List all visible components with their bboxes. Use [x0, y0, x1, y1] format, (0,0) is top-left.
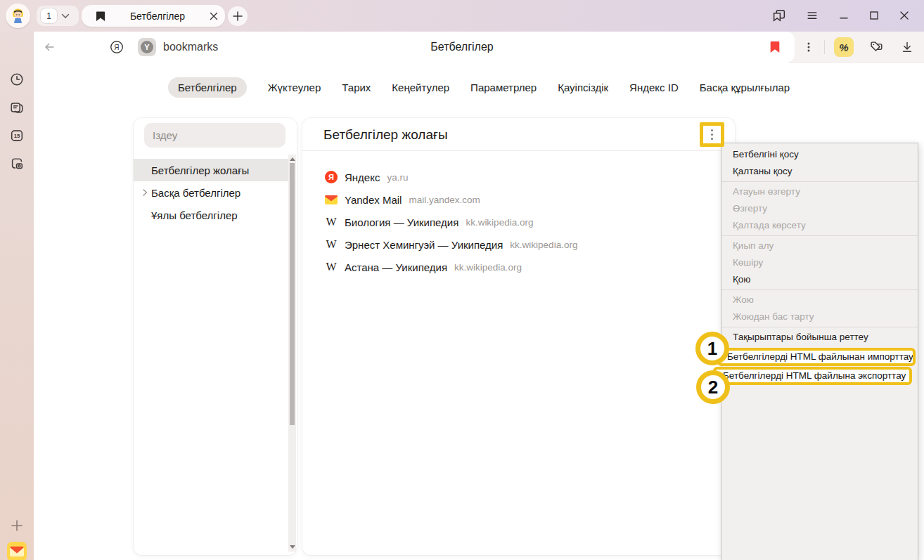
browser-menu-button[interactable]: [804, 7, 821, 24]
folder-menu-button-highlighted[interactable]: [700, 122, 724, 147]
close-window-button[interactable]: [896, 7, 913, 24]
history-button[interactable]: [8, 71, 25, 88]
pocket-button[interactable]: [868, 39, 885, 56]
tab-settings[interactable]: Параметрлер: [470, 77, 537, 98]
menu-item-copy: Көшіру: [721, 254, 918, 271]
bookmark-title: Yandex Mail: [345, 194, 402, 206]
pocket-tag-icon: [868, 39, 884, 55]
wikipedia-favicon: W: [325, 261, 338, 273]
new-tab-button[interactable]: [228, 6, 248, 26]
tab-group-button[interactable]: 1: [37, 6, 79, 26]
window-titlebar: 1 Бетбелгілер: [0, 0, 924, 32]
menu-item-import-html-highlighted[interactable]: Бетбелгілерді HTML файлынан импорттау: [717, 348, 916, 366]
tab-yandex-id[interactable]: Яндекс ID: [629, 77, 679, 98]
bookmark-row[interactable]: W Астана — Уикипедия kk.wikipedia.org: [325, 256, 522, 278]
content-heading: Бетбелгілер жолағы: [323, 118, 448, 151]
bookmarks-manager-page: Бетбелгілер Жүктеулер Тарих Кеңейтулер П…: [34, 63, 924, 560]
bookmarks-context-menu: Бетбелгіні қосу Қалтаны қосу Атауын өзге…: [721, 143, 918, 560]
menu-separator: [721, 327, 918, 327]
bookmark-url: ya.ru: [387, 172, 408, 183]
bookmark-url: kk.wikipedia.org: [466, 217, 533, 228]
bookmark-page-button[interactable]: [766, 39, 783, 56]
wikipedia-favicon: W: [325, 238, 338, 251]
close-icon: [897, 8, 911, 22]
chevron-right-icon[interactable]: [141, 188, 149, 197]
menu-item-undo-delete: Жоюдан бас тарту: [721, 308, 918, 325]
folder-label: Бетбелгілер жолағы: [151, 164, 249, 176]
yandex-mail-app-icon: [7, 542, 27, 560]
bookmarks-content-panel: Бетбелгілер жолағы Я Яндекс ya.ru Yandex…: [302, 118, 735, 555]
bookmark-row[interactable]: W Биология — Уикипедия kk.wikipedia.org: [325, 211, 533, 233]
svg-text:15: 15: [14, 133, 20, 139]
menu-item-sort-by-title[interactable]: Тақырыптары бойынша реттеу: [721, 329, 918, 346]
tab-other-devices[interactable]: Басқа құрылғылар: [700, 77, 790, 98]
feed-button[interactable]: [8, 99, 25, 116]
folder-item-bookmarks-bar[interactable]: Бетбелгілер жолағы: [134, 159, 289, 181]
bookmark-row[interactable]: Я Яндекс ya.ru: [325, 166, 408, 188]
plus-icon: [10, 519, 24, 533]
tab-bookmarks[interactable]: Бетбелгілер: [168, 77, 247, 98]
address-bar[interactable]: Я Y bookmarks Бетбелгілер: [34, 32, 795, 63]
bookmark-row[interactable]: Yandex Mail mail.yandex.com: [325, 188, 480, 211]
bookmark-url: kk.wikipedia.org: [510, 240, 577, 250]
bookmark-title: Астана — Уикипедия: [345, 261, 447, 273]
toolbar-separator: [824, 40, 825, 54]
close-tab-icon[interactable]: [210, 12, 218, 20]
menu-item-paste[interactable]: Қою: [721, 271, 918, 288]
scroll-down-icon[interactable]: [290, 545, 295, 549]
side-panels-button[interactable]: [771, 7, 788, 24]
settings-nav-tabs: Бетбелгілер Жүктеулер Тарих Кеңейтулер П…: [34, 77, 924, 98]
folders-scrollbar[interactable]: [288, 155, 296, 552]
search-input[interactable]: [144, 123, 285, 148]
download-icon: [900, 40, 914, 54]
annotation-number: 1: [707, 338, 717, 360]
screenshot-button[interactable]: [8, 155, 25, 172]
bookmark-flag-icon: [769, 41, 781, 53]
scrollbar-thumb[interactable]: [290, 163, 295, 425]
chevron-down-icon: [61, 13, 70, 19]
bookmark-icon: [96, 11, 105, 22]
bookmark-row[interactable]: W Эрнест Хемингуэй — Уикипедия kk.wikipe…: [325, 233, 577, 256]
maximize-icon: [867, 8, 881, 22]
bookmark-title: Яндекс: [345, 171, 380, 183]
folder-item-other-bookmarks[interactable]: Басқа бетбелгілер: [134, 181, 289, 204]
percent-glyph: %: [839, 41, 848, 53]
menu-separator: [721, 181, 918, 182]
wikipedia-favicon: W: [325, 216, 338, 228]
tab-security[interactable]: Қауіпсіздік: [558, 77, 608, 98]
minimize-button[interactable]: [835, 7, 852, 24]
menu-item-export-html-highlighted[interactable]: Бетбелгілерді HTML файлына экспорттау: [713, 367, 912, 385]
add-panel-button[interactable]: [8, 517, 25, 534]
toolbar-more-button[interactable]: [800, 39, 817, 56]
downloads-button[interactable]: [899, 39, 916, 56]
tab-downloads[interactable]: Жүктеулер: [268, 77, 321, 98]
address-bar-page-title: Бетбелгілер: [34, 32, 890, 63]
menu-separator: [721, 235, 918, 236]
search-box[interactable]: [144, 123, 285, 148]
tab-title: Бетбелгілер: [105, 11, 210, 22]
calendar-button[interactable]: 15: [8, 127, 25, 144]
menu-item-edit: Өзгерту: [721, 200, 918, 217]
menu-item-rename: Атауын өзгерту: [721, 183, 918, 200]
tab-history[interactable]: Тарих: [342, 77, 371, 98]
profile-avatar[interactable]: [6, 4, 30, 28]
annotation-number: 2: [708, 377, 718, 398]
bookmark-url: mail.yandex.com: [409, 195, 480, 205]
maximize-button[interactable]: [866, 7, 883, 24]
browser-side-rail: 15: [0, 32, 34, 560]
menu-item-cut: Қиып алу: [721, 237, 918, 254]
browser-toolbar: Я Y bookmarks Бетбелгілер %: [34, 32, 924, 63]
content-header: Бетбелгілер жолағы: [302, 118, 735, 151]
avatar-girl-icon: [8, 6, 27, 25]
menu-item-add-folder[interactable]: Қалтаны қосу: [721, 163, 918, 180]
bookmark-url: kk.wikipedia.org: [454, 262, 522, 273]
browser-tab-bookmarks[interactable]: Бетбелгілер: [82, 5, 225, 27]
mail-app-button[interactable]: [7, 542, 27, 560]
tab-extensions[interactable]: Кеңейтулер: [392, 77, 449, 98]
mail-favicon: [325, 193, 338, 206]
cashback-badge-button[interactable]: %: [834, 37, 854, 57]
scroll-up-icon[interactable]: [290, 157, 295, 161]
folder-label: Ұялы бетбелгілер: [151, 209, 238, 221]
folder-item-mobile-bookmarks[interactable]: Ұялы бетбелгілер: [134, 204, 289, 226]
menu-item-add-bookmark[interactable]: Бетбелгіні қосу: [721, 146, 918, 163]
